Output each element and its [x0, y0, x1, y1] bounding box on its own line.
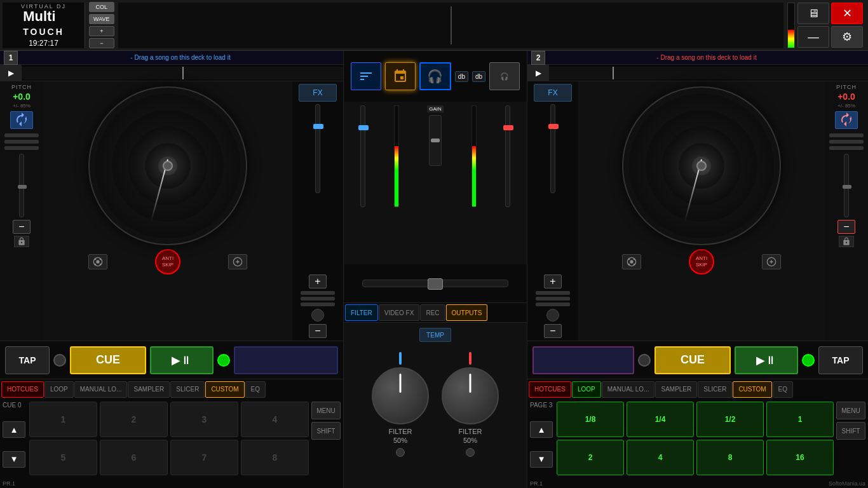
filter-2-dot[interactable]: [466, 448, 475, 457]
deck-2-tab-sampler[interactable]: SAMPLER: [655, 381, 697, 398]
deck-2-pad-1-4[interactable]: 1/4: [627, 402, 694, 437]
deck-1-film-icon[interactable]: [88, 254, 107, 269]
deck-1-tab-slicer[interactable]: SLICER: [170, 381, 205, 398]
deck-1-arrow-up[interactable]: ▲: [3, 421, 25, 438]
deck-1-pad-4[interactable]: 4: [241, 402, 309, 437]
deck-1-sync-button[interactable]: [10, 111, 33, 129]
deck-2-custom-button[interactable]: [532, 346, 634, 374]
mixer-tab-rec[interactable]: REC: [420, 304, 445, 321]
deck-2-tab-hotcues[interactable]: HOTCUES: [529, 381, 571, 398]
deck-2-fx-button[interactable]: FX: [534, 84, 572, 102]
deck-2-pad-1-2[interactable]: 1/2: [696, 402, 764, 437]
deck-1-tab-custom[interactable]: CUSTOM: [205, 381, 244, 398]
deck-2-tab-eq[interactable]: EQ: [773, 381, 793, 398]
mixer-headphone-left[interactable]: 🎧: [419, 62, 451, 90]
deck-2-play-mini[interactable]: ▶: [527, 65, 549, 81]
deck-1-circle-2[interactable]: [217, 354, 230, 367]
deck-1-shift-button[interactable]: SHIFT: [311, 422, 341, 440]
monitor-button[interactable]: 🖥: [797, 3, 829, 24]
mixer-top: 🎧 db db 🎧: [344, 51, 527, 102]
deck-2-pad-2[interactable]: 2: [557, 440, 624, 475]
deck-1-loop-knob[interactable]: [311, 309, 324, 322]
deck-1-tab-sampler[interactable]: SAMPLER: [128, 381, 170, 398]
deck-1-play-mini[interactable]: ▶: [0, 65, 22, 81]
deck-2-tab-loop[interactable]: LOOP: [572, 381, 601, 398]
filter-knob-1[interactable]: [372, 367, 429, 424]
deck-1-minus[interactable]: −: [13, 220, 31, 234]
deck-1-seek-icon[interactable]: [228, 254, 247, 269]
mixer-tab-filter[interactable]: FILTER: [345, 304, 378, 321]
deck-1-menu-button[interactable]: MENU: [311, 402, 341, 419]
deck-1-arrow-down[interactable]: ▼: [3, 451, 25, 468]
deck-2-minus[interactable]: −: [837, 220, 855, 234]
deck-2-arrow-down[interactable]: ▼: [530, 451, 553, 468]
deck-2-tap-button[interactable]: TAP: [818, 346, 863, 374]
deck-1-pad-8[interactable]: 8: [241, 440, 309, 475]
plus-button[interactable]: +: [89, 26, 114, 36]
deck-1-cue-button[interactable]: CUE: [70, 346, 146, 374]
deck-1-custom-button[interactable]: [234, 346, 338, 374]
deck-1-plus[interactable]: +: [309, 274, 327, 288]
mixer-tab-videofx[interactable]: VIDEO FX: [379, 304, 420, 321]
deck-2-arrow-up[interactable]: ▲: [530, 421, 553, 438]
deck-2-tab-manual[interactable]: MANUAL LO...: [602, 381, 655, 398]
deck-2-turntable[interactable]: [622, 86, 781, 245]
deck-2-plus[interactable]: +: [544, 274, 562, 288]
deck-2-tab-custom[interactable]: CUSTOM: [733, 381, 771, 398]
deck-1-spinner-button[interactable]: ANTISKIP: [155, 249, 180, 274]
deck-2-circle-2[interactable]: [802, 354, 815, 367]
deck-2-pad-16[interactable]: 16: [766, 440, 834, 475]
deck-1-tap-button[interactable]: TAP: [5, 346, 50, 374]
mixer-eq-button[interactable]: [351, 62, 381, 90]
minimize-button[interactable]: —: [797, 26, 829, 48]
deck-1-right-minus[interactable]: −: [309, 324, 327, 338]
deck-2-left-minus[interactable]: −: [544, 324, 562, 338]
mixer-ch2-fader[interactable]: [505, 105, 510, 207]
crossfader[interactable]: [362, 280, 508, 287]
deck-2-pad-4[interactable]: 4: [627, 440, 694, 475]
deck-2-tab-slicer[interactable]: SLICER: [698, 381, 732, 398]
col-button[interactable]: COL: [89, 2, 114, 12]
deck-1-pad-6[interactable]: 6: [100, 440, 168, 475]
deck-1-tab-manual[interactable]: MANUAL LO...: [74, 381, 128, 398]
deck-1-pad-3[interactable]: 3: [170, 402, 238, 437]
deck-1-tab-loop[interactable]: LOOP: [44, 381, 74, 398]
deck-2-spinner-button[interactable]: ANTISKIP: [689, 249, 714, 274]
deck-1-play-pause-button[interactable]: ▶⏸: [150, 346, 214, 374]
temp-button[interactable]: TEMP: [419, 328, 451, 342]
mixer-record-button[interactable]: [385, 62, 416, 90]
deck-1-fx-button[interactable]: FX: [299, 84, 337, 102]
filter-1-dot[interactable]: [396, 448, 405, 457]
deck-1-pad-7[interactable]: 7: [170, 440, 238, 475]
minus-button[interactable]: −: [89, 38, 114, 48]
wave-button[interactable]: WAVE: [89, 14, 114, 24]
deck-1-turntable[interactable]: [88, 86, 247, 245]
deck-1-pad-1[interactable]: 1: [29, 402, 97, 437]
deck-2-drag-msg: - Drag a song on this deck to load it: [549, 54, 864, 61]
deck-2-film-icon[interactable]: [622, 254, 641, 269]
deck-1-pad-2[interactable]: 2: [100, 402, 168, 437]
settings-button[interactable]: ⚙: [831, 26, 863, 48]
deck-2-loop-knob[interactable]: [546, 309, 559, 322]
deck-2-cue-button[interactable]: CUE: [654, 346, 731, 374]
deck-2-pad-1[interactable]: 1: [766, 402, 834, 437]
filter-area: TEMP FILTER50%: [344, 323, 527, 488]
deck-1-tab-eq[interactable]: EQ: [245, 381, 266, 398]
mixer-headphone-right[interactable]: 🎧: [489, 62, 520, 90]
deck-1-pad-5[interactable]: 5: [29, 440, 97, 475]
deck-2-seek-icon[interactable]: [762, 254, 781, 269]
deck-2-pad-8[interactable]: 8: [696, 440, 764, 475]
filter-knob-2[interactable]: [442, 367, 499, 424]
deck-2-shift-button[interactable]: SHIFT: [836, 422, 865, 440]
mixer-gain-slider[interactable]: [429, 115, 442, 166]
mixer-tab-outputs[interactable]: OUTPUTS: [446, 304, 488, 321]
deck-2-circle-1[interactable]: [638, 354, 651, 367]
deck-1-tab-hotcues[interactable]: HOTCUES: [1, 381, 44, 398]
deck-2-menu-button[interactable]: MENU: [836, 402, 865, 419]
deck-2-pad-1-8[interactable]: 1/8: [557, 402, 624, 437]
deck-1-circle-1[interactable]: [53, 354, 66, 367]
mixer-ch1-fader[interactable]: [360, 105, 365, 207]
deck-2-play-pause-button[interactable]: ▶⏸: [735, 346, 798, 374]
deck-2-sync-button[interactable]: [835, 111, 858, 129]
close-button[interactable]: ✕: [831, 3, 863, 24]
